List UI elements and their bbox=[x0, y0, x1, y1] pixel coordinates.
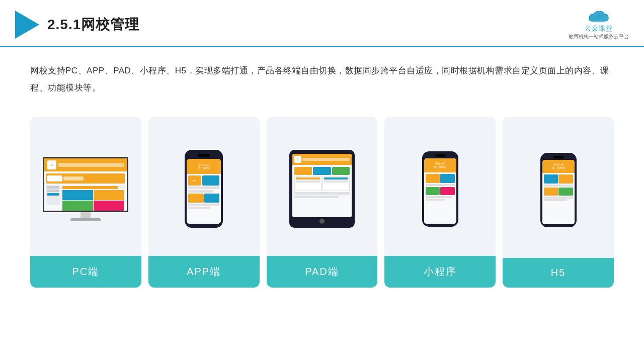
card-image-pc: C bbox=[30, 117, 141, 256]
phone-mockup-h5: 职达人的第一堂网课 bbox=[540, 153, 577, 227]
phone-screen-app: 职达人的第一堂网课 APP bbox=[187, 159, 221, 224]
phone-notch-h5 bbox=[553, 156, 564, 158]
brand-name: 云朵课堂 bbox=[585, 24, 613, 33]
phone-notch-miniapp bbox=[435, 154, 445, 157]
header-left: 2.5.1网校管理 bbox=[15, 11, 139, 39]
pc-screen: C bbox=[43, 157, 128, 212]
brand-tagline: 教育机构一站式服务云平台 bbox=[569, 33, 629, 40]
card-image-app: 职达人的第一堂网课 APP bbox=[148, 117, 260, 256]
tablet-home-button bbox=[319, 219, 325, 224]
card-label-miniapp: 小程序 bbox=[384, 256, 496, 288]
pc-mockup: C bbox=[43, 157, 128, 221]
card-app: 职达人的第一堂网课 APP bbox=[148, 117, 260, 288]
card-label-pc: PC端 bbox=[30, 256, 141, 288]
page-title: 2.5.1网校管理 bbox=[47, 15, 139, 34]
brand-logo: 云朵课堂 教育机构一站式服务云平台 bbox=[569, 9, 629, 40]
phone-mockup-app: 职达人的第一堂网课 APP bbox=[185, 150, 223, 228]
phone-notch-app bbox=[198, 154, 210, 157]
logo-triangle-icon bbox=[15, 11, 39, 39]
card-pad: C bbox=[267, 117, 378, 288]
description-text: 网校支持PC、APP、PAD、小程序、H5，实现多端打通，产品各终端自由切换，数… bbox=[0, 47, 644, 102]
card-pc: C bbox=[30, 117, 141, 288]
card-miniapp: 职达人的第一堂网课 bbox=[384, 117, 496, 288]
card-label-pad: PAD端 bbox=[267, 256, 378, 288]
phone-screen-miniapp: 职达人的第一堂网课 bbox=[424, 158, 456, 224]
card-h5: 职达人的第一堂网课 bbox=[503, 117, 614, 288]
card-image-miniapp: 职达人的第一堂网课 bbox=[384, 117, 496, 256]
tablet-screen-pad: C bbox=[292, 154, 352, 217]
card-image-h5: 职达人的第一堂网课 bbox=[503, 117, 614, 258]
card-image-pad: C bbox=[267, 117, 378, 256]
cloud-icon bbox=[585, 9, 613, 24]
phone-screen-h5: 职达人的第一堂网课 bbox=[542, 160, 575, 224]
phone-mockup-miniapp: 职达人的第一堂网课 bbox=[422, 151, 458, 227]
tablet-mockup-pad: C bbox=[289, 150, 355, 228]
card-label-app: APP端 bbox=[148, 256, 260, 288]
cards-container: C bbox=[0, 102, 644, 298]
page-header: 2.5.1网校管理 云朵课堂 教育机构一站式服务云平台 bbox=[0, 0, 644, 47]
card-label-h5: H5 bbox=[503, 258, 614, 288]
